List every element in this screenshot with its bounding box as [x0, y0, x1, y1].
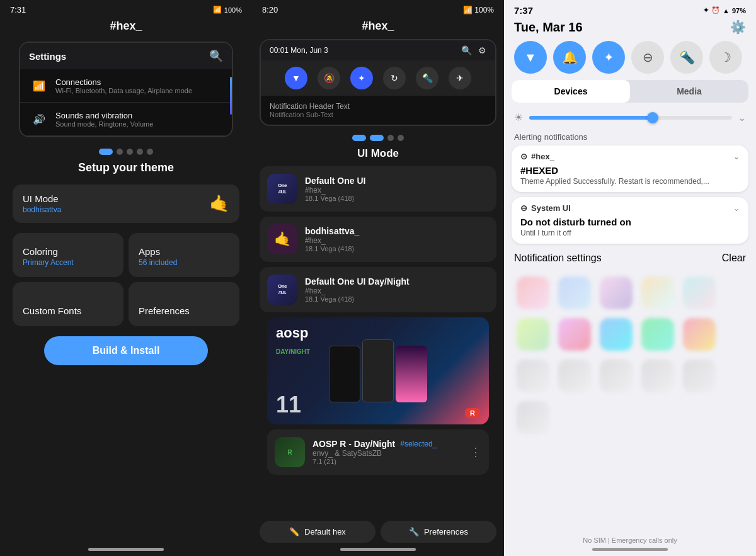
- no-sim-text: No SIM | Emergency calls only: [504, 533, 756, 548]
- home-indicator-2: [340, 548, 416, 551]
- battery-3: 97%: [732, 7, 746, 14]
- coloring-label: Coloring: [23, 246, 113, 257]
- theme-item-1[interactable]: One#UI. Default One UI #hex_ 18.1 Vega (…: [260, 166, 496, 212]
- bell-quick-tile[interactable]: 🔔: [553, 41, 586, 74]
- notification-settings-link[interactable]: Notification settings: [514, 252, 602, 264]
- panel-setup: 7:31 📶 100% #hex_ Settings 🔍 📶 Connectio…: [0, 0, 252, 556]
- theme-name-2: bodhisattva_: [305, 226, 359, 236]
- preview-item-connections: 📶 Connections Wi-Fi, Bluetooth, Data usa…: [20, 69, 232, 103]
- theme-item-2[interactable]: 🤙 bodhisattva_ #hex_ 18.1 Vega (418): [260, 217, 496, 262]
- settings-preview: Settings 🔍 📶 Connections Wi-Fi, Bluetoot…: [19, 42, 233, 137]
- dot-5: [147, 149, 153, 155]
- dot-3: [127, 149, 133, 155]
- app-icon-2: [558, 276, 591, 309]
- wifi-icon-3: ▲: [723, 7, 730, 14]
- preferences-button[interactable]: 🔧 Preferences: [381, 521, 496, 543]
- build-install-button[interactable]: Build & Install: [44, 336, 208, 365]
- system-notif-title: Do not disturb turned on: [512, 217, 748, 227]
- aosp-preview[interactable]: aospDAY/NIGHT 11 R: [267, 317, 489, 424]
- fonts-card[interactable]: Custom Fonts: [13, 282, 123, 326]
- hex-notif-chevron[interactable]: ⌄: [733, 152, 740, 161]
- accent-line: [230, 77, 232, 115]
- night-quick-tile[interactable]: ☽: [709, 41, 742, 74]
- coloring-card[interactable]: Coloring Primary Accent: [13, 233, 123, 277]
- system-app-name: System UI: [531, 203, 571, 213]
- blurred-apps-area: [504, 270, 756, 533]
- settings-gear-icon[interactable]: ⚙️: [730, 20, 746, 35]
- time-2: 8:20: [262, 5, 278, 14]
- prefs-card[interactable]: Preferences: [129, 282, 239, 326]
- app-icon-1: [517, 276, 549, 309]
- bluetooth-quick-tile[interactable]: ✦: [592, 41, 625, 74]
- app-icon-13: [600, 360, 633, 392]
- selected-pkg: envy_ & SatySatsZB: [312, 449, 437, 458]
- brightness-slider[interactable]: [529, 116, 732, 120]
- wrench-icon: 🔧: [409, 527, 419, 536]
- signal-icon: 📶: [213, 6, 222, 14]
- connections-sub: Wi-Fi, Bluetooth, Data usage, Airplane m…: [55, 87, 192, 94]
- sound-title: Sounds and vibration: [55, 111, 153, 120]
- theme-name-3: Default One UI Day/Night: [305, 276, 410, 287]
- system-notification-card[interactable]: ⊖ System UI ⌄ Do not disturb turned on U…: [512, 197, 748, 244]
- tab-media[interactable]: Media: [630, 80, 748, 103]
- theme-list: One#UI. Default One UI #hex_ 18.1 Vega (…: [252, 166, 504, 516]
- torch-quick-tile[interactable]: 🔦: [670, 41, 703, 74]
- ui-mode-card[interactable]: UI Mode bodhisattva 🤙: [13, 184, 239, 223]
- theme-name-1: Default One UI: [305, 176, 365, 186]
- clear-link[interactable]: Clear: [722, 252, 746, 264]
- expand-icon[interactable]: ⌄: [738, 113, 746, 123]
- selected-tag: #selected_: [400, 440, 437, 448]
- battery-1: 100%: [224, 6, 242, 14]
- bluetooth-icon: ✦: [703, 6, 709, 14]
- battery-2: 📶 100%: [463, 6, 494, 14]
- selected-theme-name: AOSP R - Day/Night: [312, 439, 395, 449]
- notif-preview-text: Notification Header Text Notification Su…: [261, 96, 495, 125]
- ui-mode-label: UI Mode: [23, 193, 61, 204]
- app-title-2: #hex_: [252, 20, 504, 33]
- aosp-mini-2: [362, 339, 394, 402]
- theme-pkg-1: #hex_: [305, 186, 365, 195]
- quick-icons-row: ▼ 🔕 ✦ ↻ 🔦 ✈: [261, 60, 495, 96]
- airplane-tile: ✈: [449, 67, 471, 89]
- brush-icon: ✏️: [289, 527, 299, 536]
- theme-item-3[interactable]: One#UI. Default One UI Day/Night #hex_ 1…: [260, 267, 496, 312]
- notification-preview: 00:01 Mon, Jun 3 🔍 ⚙ ▼ 🔕 ✦ ↻ 🔦 ✈ Notific…: [260, 39, 496, 126]
- dots-row: [99, 149, 153, 155]
- dots-row-2: [252, 131, 504, 145]
- wifi-quick-tile[interactable]: ▼: [514, 41, 547, 74]
- apps-card[interactable]: Apps 56 included: [129, 233, 239, 277]
- sound-icon: 🔊: [30, 110, 48, 128]
- more-icon[interactable]: ⋮: [470, 445, 481, 459]
- preferences-label: Preferences: [424, 527, 468, 536]
- hex-notification-card[interactable]: ⊙ #hex_ ⌄ #HEXED Theme Applied Successfu…: [512, 145, 748, 192]
- setup-title: Setup your theme: [78, 161, 174, 174]
- wifi-tile: ▼: [285, 67, 307, 89]
- dnd-quick-tile[interactable]: ⊖: [631, 41, 664, 74]
- alarm-icon: ⏰: [711, 6, 720, 14]
- hand-icon: 🤙: [209, 194, 229, 213]
- sound-sub: Sound mode, Ringtone, Volume: [55, 120, 153, 128]
- coloring-sub: Primary Accent: [23, 258, 113, 267]
- status-bar-2: 8:20 📶 100%: [252, 0, 504, 20]
- status-icons-2: 📶 100%: [463, 5, 494, 14]
- ui-mode-sub: bodhisattva: [23, 205, 61, 214]
- system-app-icon: ⊖: [520, 203, 527, 213]
- system-notif-chevron[interactable]: ⌄: [733, 204, 740, 213]
- bt-tile: ✦: [350, 67, 373, 89]
- app-icon-4: [641, 276, 674, 309]
- selected-theme-item[interactable]: R AOSP R - Day/Night #selected_ envy_ & …: [267, 429, 489, 475]
- oneui-avatar-1: One#UI.: [267, 174, 297, 204]
- theme-pkg-2: #hex_: [305, 236, 359, 245]
- tab-devices[interactable]: Devices: [512, 80, 630, 103]
- theme-ver-2: 18.1 Vega (418): [305, 245, 359, 252]
- date-display: Tue, Mar 16: [514, 20, 583, 35]
- alerting-label: Alerting notifications: [504, 130, 756, 145]
- devices-media-tabs: Devices Media: [512, 80, 748, 103]
- home-indicator-1: [88, 548, 164, 551]
- notif-sub-text: Notification Sub-Text: [270, 111, 486, 118]
- preview-header-icons: 🔍 ⚙: [461, 45, 486, 55]
- search-icon-2: 🔍: [461, 45, 472, 55]
- status-bar-1: 7:31 📶 100%: [0, 0, 252, 20]
- default-hex-button[interactable]: ✏️ Default hex: [260, 521, 375, 543]
- apps-label: Apps: [139, 246, 229, 257]
